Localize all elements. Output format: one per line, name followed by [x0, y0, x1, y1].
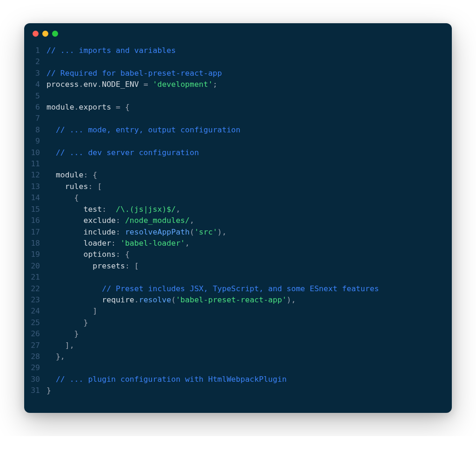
code-line[interactable]: 5: [24, 91, 452, 102]
code-line[interactable]: 8 // ... mode, entry, output configurati…: [24, 124, 452, 136]
code-token: .: [74, 103, 79, 111]
code-content[interactable]: exclude: /node_modules/,: [46, 215, 452, 226]
code-line[interactable]: 21: [24, 272, 452, 283]
code-token: [46, 261, 93, 270]
code-line[interactable]: 28 },: [24, 351, 452, 362]
line-number: 14: [24, 192, 46, 203]
code-content[interactable]: }: [46, 385, 452, 396]
code-line[interactable]: 15 test: /\.(js|jsx)$/,: [24, 204, 452, 215]
code-line[interactable]: 30 // ... plugin configuration with Html…: [24, 374, 452, 385]
code-token: =: [111, 103, 125, 111]
code-content[interactable]: ],: [46, 340, 452, 351]
code-content[interactable]: module.exports = {: [46, 102, 452, 113]
code-line[interactable]: 14 {: [24, 192, 452, 203]
line-number: 22: [24, 283, 46, 294]
code-token: // ... dev server configuration: [56, 148, 199, 157]
code-content[interactable]: // ... dev server configuration: [46, 147, 452, 158]
code-content[interactable]: process.env.NODE_ENV = 'development';: [46, 79, 452, 90]
code-token: :: [111, 239, 120, 248]
code-line[interactable]: 20 presets: [: [24, 261, 452, 272]
code-content[interactable]: // ... imports and variables: [46, 45, 452, 56]
code-line[interactable]: 18 loader: 'babel-loader',: [24, 238, 452, 249]
code-line[interactable]: 1// ... imports and variables: [24, 45, 452, 56]
code-token: : [: [88, 182, 102, 191]
code-line[interactable]: 13 rules: [: [24, 181, 452, 192]
code-content[interactable]: test: /\.(js|jsx)$/,: [46, 204, 452, 215]
code-content[interactable]: module: {: [46, 170, 452, 181]
code-content[interactable]: // ... plugin configuration with HtmlWeb…: [46, 374, 452, 385]
code-line[interactable]: 6module.exports = {: [24, 102, 452, 113]
code-content[interactable]: [46, 136, 452, 147]
code-line[interactable]: 27 ],: [24, 340, 452, 351]
code-content[interactable]: presets: [: [46, 261, 452, 272]
code-line[interactable]: 31}: [24, 385, 452, 396]
code-token: resolve: [139, 295, 172, 304]
code-content[interactable]: rules: [: [46, 181, 452, 192]
code-content[interactable]: options: {: [46, 249, 452, 260]
code-content[interactable]: }: [46, 328, 452, 339]
code-token: [46, 239, 83, 248]
code-content[interactable]: },: [46, 351, 452, 362]
code-token: : {: [83, 170, 97, 179]
code-token: process: [46, 80, 79, 89]
line-number: 28: [24, 351, 46, 362]
code-line[interactable]: 12 module: {: [24, 170, 452, 181]
minimize-icon[interactable]: [42, 31, 48, 37]
code-content[interactable]: include: resolveAppPath('src'),: [46, 227, 452, 238]
code-content[interactable]: [46, 362, 452, 373]
code-line[interactable]: 26 }: [24, 328, 452, 339]
code-content[interactable]: [46, 158, 452, 170]
line-number: 30: [24, 374, 46, 385]
code-token: }: [46, 386, 51, 395]
code-token: [46, 193, 74, 202]
code-line[interactable]: 4process.env.NODE_ENV = 'development';: [24, 79, 452, 90]
code-editor-window: 1// ... imports and variables23// Requir…: [24, 23, 452, 413]
code-line[interactable]: 2: [24, 56, 452, 67]
code-content[interactable]: [46, 272, 452, 283]
maximize-icon[interactable]: [52, 31, 58, 37]
code-content[interactable]: }: [46, 317, 452, 328]
code-line[interactable]: 24 ]: [24, 306, 452, 317]
code-content[interactable]: // ... mode, entry, output configuration: [46, 124, 452, 136]
code-token: [46, 228, 83, 236]
code-token: rules: [65, 182, 88, 191]
code-editor-body[interactable]: 1// ... imports and variables23// Requir…: [24, 40, 452, 413]
code-line[interactable]: 23 require.resolve('babel-preset-react-a…: [24, 294, 452, 306]
code-line[interactable]: 17 include: resolveAppPath('src'),: [24, 227, 452, 238]
code-line[interactable]: 19 options: {: [24, 249, 452, 260]
code-content[interactable]: // Preset includes JSX, TypeScript, and …: [46, 283, 452, 294]
code-token: [46, 250, 83, 259]
code-token: test: [83, 205, 102, 214]
code-line[interactable]: 29: [24, 362, 452, 373]
code-content[interactable]: [46, 56, 452, 67]
line-number: 8: [24, 124, 46, 136]
line-number: 10: [24, 147, 46, 158]
code-content[interactable]: [46, 91, 452, 102]
code-token: [46, 341, 65, 350]
code-line[interactable]: 25 }: [24, 317, 452, 328]
line-number: 1: [24, 45, 46, 56]
code-token: [46, 352, 56, 361]
code-content[interactable]: {: [46, 192, 452, 203]
code-token: include: [83, 228, 116, 236]
code-token: [46, 318, 83, 327]
code-content[interactable]: // Required for babel-preset-react-app: [46, 68, 452, 79]
code-line[interactable]: 22 // Preset includes JSX, TypeScript, a…: [24, 283, 452, 294]
code-line[interactable]: 7: [24, 113, 452, 124]
close-icon[interactable]: [33, 31, 39, 37]
code-content[interactable]: require.resolve('babel-preset-react-app'…: [46, 294, 452, 306]
line-number: 21: [24, 272, 46, 283]
line-number: 15: [24, 204, 46, 215]
code-content[interactable]: loader: 'babel-loader',: [46, 238, 452, 249]
code-token: (: [171, 295, 176, 304]
code-line[interactable]: 10 // ... dev server configuration: [24, 147, 452, 158]
code-content[interactable]: [46, 113, 452, 124]
code-content[interactable]: ]: [46, 306, 452, 317]
code-line[interactable]: 3// Required for babel-preset-react-app: [24, 68, 452, 79]
code-line[interactable]: 11: [24, 158, 452, 170]
code-token: [46, 216, 83, 225]
line-number: 5: [24, 91, 46, 102]
code-line[interactable]: 9: [24, 136, 452, 147]
code-token: ;: [213, 80, 218, 89]
code-line[interactable]: 16 exclude: /node_modules/,: [24, 215, 452, 226]
